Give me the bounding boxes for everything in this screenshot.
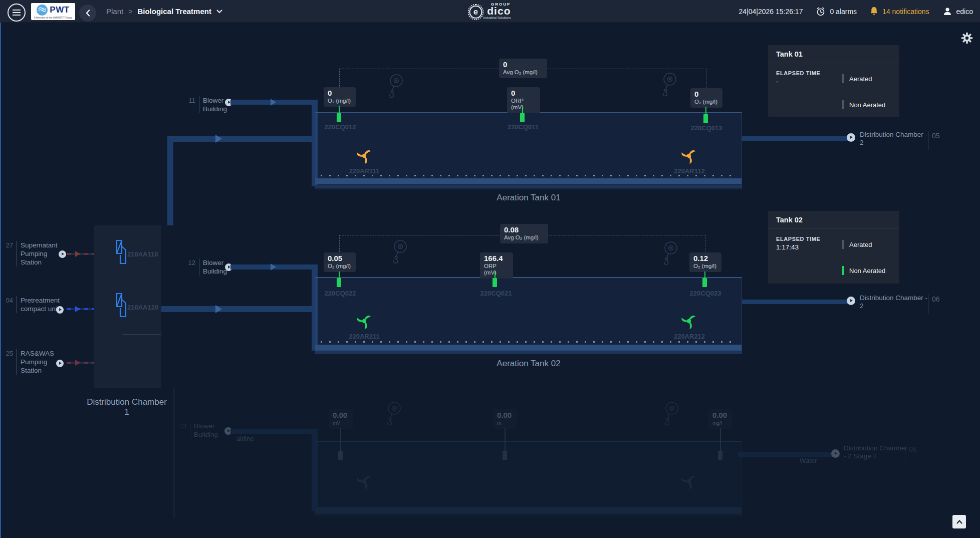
back-button[interactable] xyxy=(79,5,96,22)
sensor-readout[interactable]: 0.00 mV xyxy=(329,409,353,429)
sensor-value: 0.00 xyxy=(712,411,728,419)
output-label[interactable]: Distribution Chamber - 2 Stage 2 xyxy=(844,444,909,460)
sensor-stem xyxy=(505,428,506,451)
scada-app: PWT A Member of the AMIANTIT Group Plant… xyxy=(0,0,980,538)
sensor-stem xyxy=(340,428,341,451)
pipe xyxy=(173,388,175,518)
sensor-value: 0.00 xyxy=(497,411,513,419)
user-menu[interactable]: edico xyxy=(942,7,973,17)
edico-gear-icon: e xyxy=(469,6,482,19)
sensor-unit: m xyxy=(497,420,513,426)
water-label: Water xyxy=(800,457,817,464)
breadcrumb-separator-icon: > xyxy=(128,8,132,16)
aerator-icon[interactable] xyxy=(356,473,373,490)
top-bar: PWT A Member of the AMIANTIT Group Plant… xyxy=(0,0,980,23)
edico-group-logo: e GROUP dico Industrial Solutions xyxy=(469,2,511,20)
sensor-readout[interactable]: 0.00 mg/l xyxy=(708,409,732,429)
output-play-button[interactable] xyxy=(831,449,840,458)
sensor-unit: mV xyxy=(333,420,349,426)
airline-label: airline xyxy=(236,435,254,442)
brand-tagline: A Member of the AMIANTIT Group xyxy=(34,16,72,19)
breadcrumb-current: Biological Treatment xyxy=(137,7,211,16)
sensor-stem xyxy=(720,428,721,451)
output-number: 06 xyxy=(909,445,917,453)
divider xyxy=(905,445,905,463)
breadcrumb-root[interactable]: Plant xyxy=(106,7,123,16)
sensor-probe xyxy=(718,451,722,460)
alarms-label: 0 alarms xyxy=(830,8,857,16)
chevron-down-icon[interactable] xyxy=(216,10,222,14)
alarms-button[interactable]: 0 alarms xyxy=(816,7,857,17)
blower-label: Blower Building xyxy=(194,422,225,439)
blower-number: 13 xyxy=(177,422,186,439)
aerator-icon[interactable] xyxy=(680,473,697,490)
divider xyxy=(190,422,190,439)
blower-building-13: 13 Blower Building xyxy=(177,422,225,439)
sensor-value: 0.00 xyxy=(333,411,349,419)
sensor-probe xyxy=(503,451,507,460)
wave-icon xyxy=(37,5,48,16)
notifications-button[interactable]: 14 notifications xyxy=(870,7,929,16)
header-status-cluster: 24|04|2026 15:26:17 0 alarms 14 notifica… xyxy=(739,0,973,23)
scroll-to-top-button[interactable] xyxy=(952,515,966,528)
pipe-blower13 xyxy=(230,429,318,434)
faded-tank03-section: 13 Blower Building airline 0.00 xyxy=(0,0,980,538)
breadcrumb: Plant > Biological Treatment xyxy=(106,0,222,23)
sensor-unit: mg/l xyxy=(712,420,728,426)
user-icon xyxy=(942,7,952,17)
pwt-logo: PWT A Member of the AMIANTIT Group xyxy=(31,3,75,20)
logo-name-text: dico xyxy=(487,7,511,16)
pipe-tank3-outlet xyxy=(738,452,833,457)
sensor-probe xyxy=(338,451,343,460)
brand-name: PWT xyxy=(50,5,69,15)
datetime: 24|04|2026 15:26:17 xyxy=(739,8,803,16)
hoist-hook-icon xyxy=(384,401,404,429)
bell-icon xyxy=(870,7,878,16)
hamburger-menu-button[interactable] xyxy=(8,4,26,22)
alarm-clock-icon xyxy=(816,7,826,17)
sensor-readout[interactable]: 0.00 m xyxy=(493,409,517,429)
logo-subtitle: Industrial Solutions xyxy=(483,16,511,20)
hoist-hook-icon xyxy=(661,401,681,429)
aeration-tank-03 xyxy=(315,441,742,516)
username: edico xyxy=(956,8,973,16)
tank-air-header xyxy=(315,507,742,514)
notifications-label: 14 notifications xyxy=(882,8,929,16)
